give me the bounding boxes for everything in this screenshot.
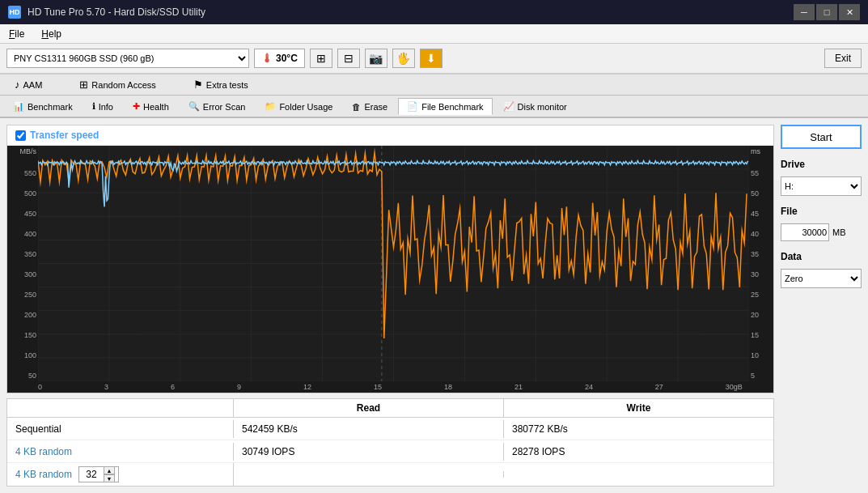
maximize-button[interactable]: □ — [816, 4, 837, 20]
toolbar-btn-download[interactable]: ⬇ — [420, 49, 442, 68]
spinner-input[interactable]: ▲ ▼ — [78, 466, 119, 482]
chart-header: Transfer speed — [7, 125, 773, 146]
tab-info[interactable]: ℹ Info — [83, 98, 122, 114]
write-header: Write — [504, 399, 773, 417]
4kb-random-write-value: 28278 IOPS — [504, 443, 773, 461]
right-panel: Start Drive H: File MB Data Zero — [781, 125, 862, 487]
y-axis-left-unit: MB/s — [19, 147, 36, 155]
4kb-random-label-2: 4 KB random ▲ ▼ — [7, 463, 234, 486]
nav-row2: 📊 Benchmark ℹ Info ✚ Health 🔍 Error Scan… — [0, 96, 868, 118]
tab-health-label: Health — [143, 102, 169, 112]
menu-help[interactable]: Help — [39, 28, 64, 40]
file-unit-label: MB — [832, 227, 846, 237]
app-icon: HD — [8, 6, 21, 19]
sequential-read-value: 542459 KB/s — [234, 420, 504, 438]
file-benchmark-icon: 📄 — [407, 101, 418, 112]
nav-extra-tests-label: Extra tests — [206, 80, 248, 90]
tab-disk-monitor[interactable]: 📈 Disk monitor — [494, 98, 576, 114]
nav-aam-label: AAM — [23, 80, 43, 90]
toolbar-btn-hand[interactable]: 🖐 — [392, 49, 415, 68]
tab-health[interactable]: ✚ Health — [124, 98, 178, 114]
transfer-speed-label: Transfer speed — [30, 130, 99, 141]
start-button[interactable]: Start — [781, 125, 862, 149]
data-type-select[interactable]: Zero — [781, 269, 862, 288]
random-access-icon: ⊞ — [79, 79, 88, 91]
drive-select[interactable]: PNY CS1311 960GB SSD (960 gB) — [6, 49, 249, 68]
drive-label: Drive — [781, 159, 862, 170]
toolbar-btn-camera[interactable]: 📷 — [365, 49, 387, 68]
drive-select-right[interactable]: H: — [781, 176, 862, 196]
tab-benchmark[interactable]: 📊 Benchmark — [4, 98, 82, 114]
info-icon: ℹ — [92, 101, 95, 112]
stats-header-row: Read Write — [7, 399, 773, 418]
main-content: Transfer speed MB/s 550 500 450 400 350 … — [0, 118, 868, 493]
app-title: HD Tune Pro 5.70 - Hard Disk/SSD Utility — [28, 6, 205, 18]
tab-folder-usage-label: Folder Usage — [279, 102, 332, 112]
file-size-input[interactable] — [781, 223, 829, 241]
tab-error-scan[interactable]: 🔍 Error Scan — [180, 98, 255, 114]
table-row: Sequential 542459 KB/s 380772 KB/s — [7, 418, 773, 440]
tab-folder-usage[interactable]: 📁 Folder Usage — [256, 98, 341, 114]
sequential-label: Sequential — [7, 420, 234, 438]
nav-aam[interactable]: ♪ AAM — [8, 77, 49, 92]
tab-disk-monitor-label: Disk monitor — [518, 102, 567, 112]
table-row: 4 KB random 30749 IOPS 28278 IOPS — [7, 440, 773, 463]
spinner-down[interactable]: ▼ — [104, 474, 115, 482]
minimize-button[interactable]: ─ — [794, 4, 815, 20]
error-scan-icon: 🔍 — [188, 101, 200, 112]
read-header: Read — [234, 399, 504, 417]
sequential-write-value: 380772 KB/s — [504, 420, 773, 438]
nav-random-access-label: Random Access — [91, 80, 155, 90]
title-bar: HD HD Tune Pro 5.70 - Hard Disk/SSD Util… — [0, 0, 868, 24]
tab-error-scan-label: Error Scan — [203, 102, 246, 112]
tab-erase-label: Erase — [364, 102, 387, 112]
file-label: File — [781, 206, 862, 217]
4kb-random-write-value-2 — [504, 471, 773, 478]
spinner-up[interactable]: ▲ — [104, 466, 115, 474]
tab-benchmark-label: Benchmark — [28, 102, 73, 112]
4kb-random-label-1: 4 KB random — [7, 443, 234, 461]
exit-button[interactable]: Exit — [824, 49, 862, 68]
table-row: 4 KB random ▲ ▼ — [7, 463, 773, 486]
erase-icon: 🗑 — [352, 102, 361, 112]
tab-file-benchmark-label: File Benchmark — [421, 102, 483, 112]
data-label: Data — [781, 251, 862, 262]
menu-file[interactable]: File — [6, 28, 27, 40]
stats-table: Read Write Sequential 542459 KB/s 380772… — [6, 398, 774, 487]
menu-bar: File Help — [0, 24, 868, 44]
tab-erase[interactable]: 🗑 Erase — [343, 99, 396, 114]
file-input-row: MB — [781, 223, 862, 241]
thermometer-icon: 🌡 — [261, 52, 273, 65]
extra-tests-icon: ⚑ — [193, 79, 203, 91]
4kb-random-read-value: 30749 IOPS — [234, 443, 504, 461]
nav-row1: ♪ AAM ⊞ Random Access ⚑ Extra tests — [0, 74, 868, 96]
nav-extra-tests[interactable]: ⚑ Extra tests — [187, 77, 255, 92]
aam-icon: ♪ — [15, 79, 20, 91]
toolbar: PNY CS1311 960GB SSD (960 gB) 🌡 30°C ⊞ ⊟… — [0, 44, 868, 74]
tab-info-label: Info — [99, 102, 113, 112]
temperature-value: 30°C — [276, 53, 298, 64]
toolbar-btn-1[interactable]: ⊞ — [310, 49, 332, 68]
transfer-speed-checkbox[interactable] — [15, 130, 26, 141]
tab-file-benchmark[interactable]: 📄 File Benchmark — [398, 98, 492, 115]
nav-random-access[interactable]: ⊞ Random Access — [73, 77, 162, 92]
spinner-value[interactable] — [79, 469, 104, 480]
chart-area: Transfer speed MB/s 550 500 450 400 350 … — [6, 125, 774, 393]
disk-monitor-icon: 📈 — [503, 101, 514, 112]
folder-usage-icon: 📁 — [265, 101, 276, 112]
benchmark-icon: 📊 — [13, 101, 24, 112]
health-icon: ✚ — [133, 101, 140, 112]
toolbar-btn-2[interactable]: ⊟ — [337, 49, 360, 68]
temperature-display: 🌡 30°C — [254, 49, 305, 68]
y-axis-right-unit: ms — [751, 147, 760, 155]
4kb-random-read-value-2 — [234, 471, 504, 478]
close-button[interactable]: ✕ — [839, 4, 860, 20]
